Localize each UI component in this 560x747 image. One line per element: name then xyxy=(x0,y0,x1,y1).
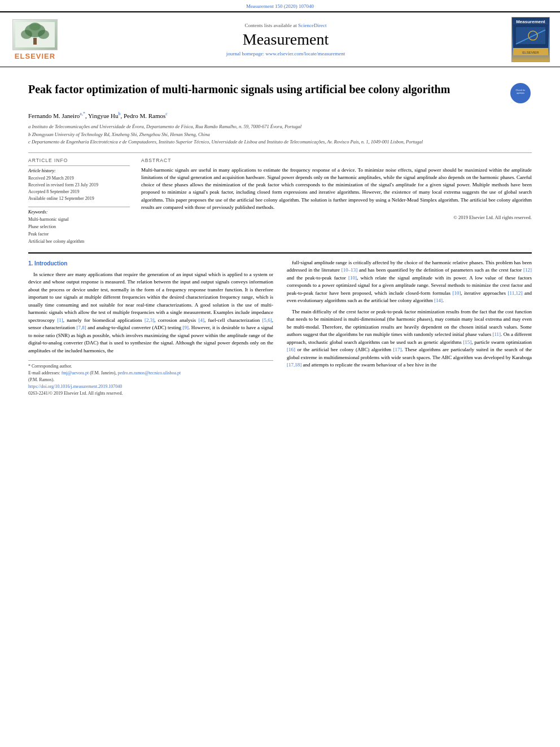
body-col-left: 1. Introduction In science there are man… xyxy=(28,259,273,397)
sciencedirect-link[interactable]: ScienceDirect xyxy=(298,23,326,28)
keywords-title: Keywords: xyxy=(28,209,130,215)
footnote-doi[interactable]: https://doi.org/10.1016/j.measurement.20… xyxy=(28,383,273,390)
ref-17[interactable]: [17] xyxy=(393,347,401,352)
available-online-date: Available online 12 September 2019 xyxy=(28,195,130,202)
ref-11b[interactable]: [11] xyxy=(492,331,501,337)
ref-11-12[interactable]: [11,12] xyxy=(508,290,522,296)
sciencedirect-line: Contents lists available at ScienceDirec… xyxy=(245,23,327,28)
body-two-col: 1. Introduction In science there are man… xyxy=(28,259,532,397)
ref-15[interactable]: [15] xyxy=(463,339,471,345)
email-label: E-mail addresses: xyxy=(28,370,60,375)
article-info-title: Article Info xyxy=(28,158,130,163)
author-c-super: c xyxy=(165,111,168,116)
svg-point-5 xyxy=(29,23,41,30)
page-wrapper: Measurement 150 (2020) 107040 ELSEVIER xyxy=(0,0,560,747)
ref-16[interactable]: [16] xyxy=(287,347,295,352)
ref-9[interactable]: [9] xyxy=(183,325,189,330)
abstract-title: Abstract xyxy=(141,158,532,163)
intro-para1: In science there are many applications t… xyxy=(28,271,273,355)
footnote-email2-note: (P.M. Ramos). xyxy=(28,377,273,383)
article-info-abstract: Article Info Article history: Received 2… xyxy=(28,158,532,245)
footnote-issn: 0263-2241/© 2019 Elsevier Ltd. All right… xyxy=(28,390,273,397)
article-history-section: Article history: Received 29 March 2019 … xyxy=(28,165,130,202)
footnote-emails: E-mail addresses: fmj@uevora.pt (F.M. Ja… xyxy=(28,370,273,377)
measurement-cover-image: Measurement ELSEVIER xyxy=(511,17,550,62)
article-history-title: Article history: xyxy=(28,168,130,173)
measurement-cover-graphic: ELSEVIER xyxy=(513,24,548,55)
keywords-section: Keywords: Multi-harmonic signal Phase se… xyxy=(28,207,130,245)
journal-header-center: Contents lists available at ScienceDirec… xyxy=(69,17,502,62)
elsevier-wordmark: ELSEVIER xyxy=(15,52,55,60)
abstract-col: Abstract Multi-harmonic signals are usef… xyxy=(141,158,532,245)
author-pedro: , Pedro M. Ramos xyxy=(120,112,165,119)
footnote-area: * Corresponding author. E-mail addresses… xyxy=(28,360,273,397)
right-para2: full-signal amplitude range is criticall… xyxy=(287,259,532,305)
elsevier-logo-graphic xyxy=(12,19,58,50)
check-badge: Check for updates xyxy=(509,82,532,104)
doi-bar: Measurement 150 (2020) 107040 xyxy=(0,0,560,11)
measurement-cover-container: Measurement ELSEVIER xyxy=(508,17,553,62)
email1-link[interactable]: fmj@uevora.pt xyxy=(62,370,89,375)
ref-17-18[interactable]: [17,18] xyxy=(287,362,301,368)
journal-header: ELSEVIER Contents lists available at Sci… xyxy=(0,11,560,67)
accepted-date: Accepted 8 September 2019 xyxy=(28,189,130,195)
doi-text: Measurement 150 (2020) 107040 xyxy=(246,3,314,9)
copyright-line: © 2019 Elsevier Ltd. All rights reserved… xyxy=(141,215,532,220)
header-divider xyxy=(28,152,532,153)
email2-link[interactable]: pedro.m.ramos@tecnico.ulisboa.pt xyxy=(117,370,181,375)
email1-name: (F.M. Janeiro), xyxy=(90,370,116,375)
affil-b: b Zhongyuan University of Technology Rd,… xyxy=(28,132,532,138)
check-for-updates-badge: Check for updates xyxy=(513,85,528,101)
svg-text:updates: updates xyxy=(517,91,524,94)
svg-text:ELSEVIER: ELSEVIER xyxy=(522,51,539,54)
keyword-4: Artificial bee colony algorithm xyxy=(28,238,130,246)
svg-point-3 xyxy=(38,30,49,39)
journal-homepage: journal homepage: www.elsevier.com/locat… xyxy=(226,51,345,56)
ref-1[interactable]: [1] xyxy=(57,317,63,323)
body-divider xyxy=(28,252,532,254)
ref-2-3[interactable]: [2,3] xyxy=(145,317,154,323)
article-info-col: Article Info Article history: Received 2… xyxy=(28,158,130,245)
journal-title: Measurement xyxy=(243,30,329,49)
keyword-2: Phase selection xyxy=(28,224,130,231)
check-badge-circle: Check for updates xyxy=(510,83,531,103)
right-para3: The main difficulty of the crest factor … xyxy=(287,308,532,369)
elsevier-tree-svg xyxy=(15,22,55,47)
elsevier-logo-container: ELSEVIER xyxy=(7,17,63,62)
intro-heading: 1. Introduction xyxy=(28,259,273,268)
sciencedirect-label: Contents lists available at xyxy=(245,23,297,28)
right-para3-text: The main difficulty of the crest factor … xyxy=(287,309,532,368)
author-fernando: Fernando M. Janeiro xyxy=(28,112,80,119)
article-title-section: Peak factor optimization of multi-harmon… xyxy=(28,76,532,104)
keyword-1: Multi-harmonic signal xyxy=(28,216,130,224)
ref-10[interactable]: [10] xyxy=(348,275,357,281)
right-para2-text: full-signal amplitude range is criticall… xyxy=(287,260,532,304)
author-a-super: a,* xyxy=(80,111,85,116)
ref-7-8[interactable]: [7,8] xyxy=(76,325,86,330)
received-revised-date: Received in revised form 23 July 2019 xyxy=(28,182,130,189)
ref-12[interactable]: [12] xyxy=(523,267,532,273)
author-yingyue: , Yingyue Hu xyxy=(85,112,119,119)
body-col-right: full-signal amplitude range is criticall… xyxy=(287,259,532,397)
affil-c: c Departamento de Engenharia Electrotécn… xyxy=(28,139,532,146)
svg-rect-4 xyxy=(33,38,37,45)
footnote-corresponding: * Corresponding author. xyxy=(28,363,273,370)
affiliations: a Instituto de Telecomunicações and Univ… xyxy=(28,124,532,146)
measurement-cover-text: Measurement xyxy=(516,19,545,24)
affil-a: a Instituto de Telecomunicações and Univ… xyxy=(28,124,532,130)
keyword-3: Peak factor xyxy=(28,231,130,238)
intro-para1-text: In science there are many applications t… xyxy=(28,272,273,353)
received-date: Received 29 March 2019 xyxy=(28,175,130,182)
elsevier-logo: ELSEVIER xyxy=(12,19,58,60)
ref-10b[interactable]: [10] xyxy=(452,290,461,296)
svg-point-2 xyxy=(21,30,32,39)
ref-5-6[interactable]: [5,6] xyxy=(262,317,272,323)
article-title: Peak factor optimization of multi-harmon… xyxy=(28,82,504,97)
ref-14[interactable]: [14] xyxy=(434,298,443,303)
ref-4[interactable]: [4] xyxy=(198,317,204,323)
authors-line: Fernando M. Janeiroa,*, Yingyue Hub, Ped… xyxy=(28,111,532,119)
ref-10-13[interactable]: [10–13] xyxy=(342,267,358,273)
abstract-text: Multi-harmonic signals are useful in man… xyxy=(141,167,532,211)
main-content: Peak factor optimization of multi-harmon… xyxy=(0,67,560,406)
